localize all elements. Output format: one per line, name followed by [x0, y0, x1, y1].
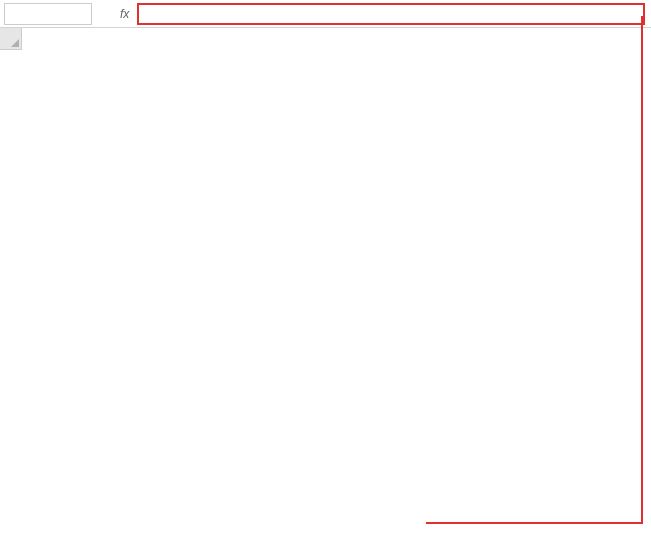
name-box[interactable]: [4, 3, 92, 25]
worksheet: [0, 28, 651, 544]
formula-input[interactable]: [137, 3, 645, 25]
select-all-corner[interactable]: [0, 28, 22, 50]
formula-bar-icons: fx: [96, 7, 137, 21]
fx-icon[interactable]: fx: [120, 7, 129, 21]
formula-bar: fx: [0, 0, 651, 28]
